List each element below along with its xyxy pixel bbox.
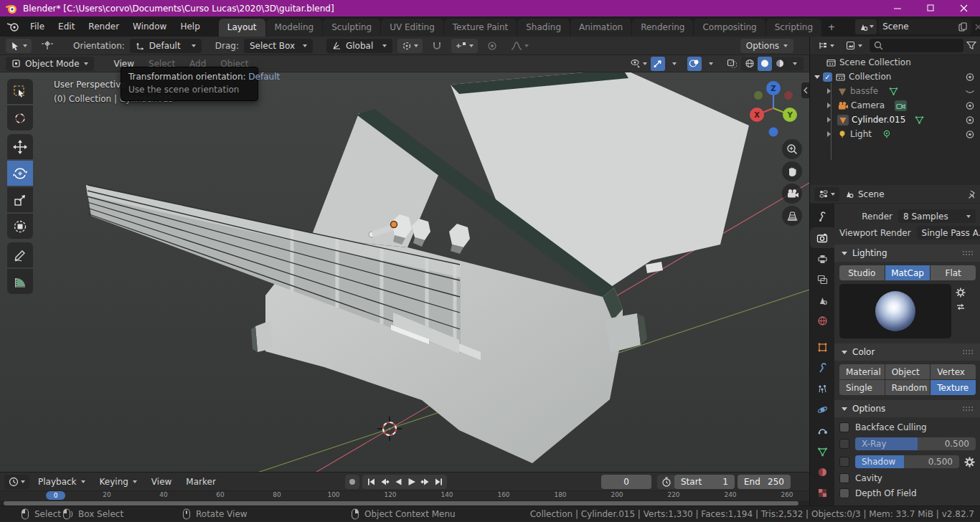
drag-dots-icon[interactable] [962,250,974,256]
jump-to-end-button[interactable] [432,475,446,488]
color-object-button[interactable]: Object [885,364,930,379]
select-box-tool[interactable] [7,79,33,104]
options-dropdown[interactable]: Options [740,39,793,53]
lighting-matcap-button[interactable]: MatCap [885,265,931,280]
current-frame-field[interactable]: 0 [601,475,651,489]
drag-dropdown[interactable]: Select Box [244,39,313,53]
shadow-slider[interactable]: Shadow 0.500 [855,455,959,468]
tab-rendering[interactable]: Rendering [632,19,693,37]
tab-object[interactable] [810,337,834,358]
tab-texture-paint[interactable]: Texture Paint [444,19,517,37]
eye-open-icon[interactable] [964,130,976,139]
toggle-perspective-button[interactable] [782,206,802,226]
eye-closed-icon[interactable] [964,87,976,96]
snap-magnet-icon[interactable] [428,39,446,53]
color-random-button[interactable]: Random [885,380,930,395]
next-keyframe-button[interactable] [418,475,432,488]
menu-help[interactable]: Help [174,19,206,34]
outliner-search-input[interactable] [886,42,936,50]
outliner-display-mode-dropdown[interactable] [842,39,867,53]
depth-of-field-checkbox[interactable] [839,488,849,498]
move-tool[interactable] [7,134,33,159]
drag-dots-icon[interactable] [962,406,974,412]
pivot-point-dropdown[interactable] [397,39,423,53]
tab-material[interactable] [810,462,834,483]
drag-dots-icon[interactable] [962,349,974,355]
transform-space-dropdown[interactable]: Global [326,39,392,53]
tab-compositing[interactable]: Compositing [694,19,765,37]
outliner-row-scene-collection[interactable]: Scene Collection [810,55,980,70]
maximize-button[interactable] [914,0,947,16]
outliner-filter-icon[interactable] [966,41,976,50]
jump-to-start-button[interactable] [364,475,377,488]
menu-render[interactable]: Render [82,19,126,34]
outliner-row-collection[interactable]: ✓ Collection [810,70,980,84]
camera-data-icon[interactable] [895,100,907,111]
keying-dropdown[interactable]: Keying [94,475,143,489]
color-panel-header[interactable]: Color [834,343,980,361]
tab-scene[interactable] [810,290,834,310]
solid-shading-button[interactable] [758,57,772,71]
play-button[interactable] [405,475,418,488]
new-scene-icon[interactable] [958,22,967,32]
measure-tool[interactable] [7,269,33,294]
pan-view-button[interactable] [782,161,802,181]
options-panel-header[interactable]: Options [834,400,980,417]
shadow-checkbox[interactable] [839,457,849,467]
tab-object-data[interactable] [810,441,834,462]
add-workspace-button[interactable]: + [822,19,841,37]
timeline-marker-menu[interactable]: Marker [180,475,221,488]
tab-tool[interactable] [810,207,834,227]
scale-tool[interactable] [7,187,33,212]
matcap-preview[interactable] [839,284,951,338]
tab-sculpting[interactable]: Sculpting [323,19,380,37]
collapse-triangle-icon[interactable] [814,75,820,79]
tab-layout[interactable]: Layout [219,19,265,37]
viewport-render-dropdown[interactable]: Single Pass A.. [917,226,980,239]
tab-view-layer[interactable] [810,269,834,290]
minimize-button[interactable] [881,0,914,16]
color-material-button[interactable]: Material [839,364,885,379]
mode-dropdown[interactable]: Object Mode [6,57,94,71]
scene-datablock-icon[interactable] [855,19,877,34]
timeline-ruler[interactable]: 0 20 40 60 80 100 120 140 160 180 200 22… [0,491,809,500]
overlays-toggle[interactable] [687,57,702,71]
matcap-flip-icon[interactable] [955,303,966,311]
outliner-row-cylinder-015[interactable]: Cylinder.015 [810,113,980,127]
menu-window[interactable]: Window [126,19,173,34]
outliner-row-light[interactable]: Light [810,127,980,141]
snap-target-dropdown[interactable] [451,39,478,53]
material-preview-shading-button[interactable] [773,57,787,71]
outliner-editor-type-dropdown[interactable] [814,39,839,53]
use-preview-range-button[interactable] [657,475,676,489]
blender-menu-icon[interactable] [7,22,20,32]
timeline-view-menu[interactable]: View [146,475,177,488]
eye-open-icon[interactable] [964,72,976,82]
tab-scripting[interactable]: Scripting [766,19,821,37]
proportional-editing-icon[interactable] [483,39,501,53]
wireframe-shading-button[interactable] [743,57,757,71]
play-reverse-button[interactable] [391,475,405,488]
timeline-editor-type-dropdown[interactable] [4,475,29,489]
tab-uv-editing[interactable]: UV Editing [381,19,443,37]
tab-particles[interactable] [810,379,834,399]
pin-icon[interactable] [967,189,976,199]
color-vertex-button[interactable]: Vertex [930,364,976,379]
collection-checkbox[interactable]: ✓ [823,72,832,82]
zoom-view-button[interactable] [782,139,802,159]
tab-world[interactable] [810,310,834,331]
falloff-dropdown[interactable] [507,39,533,53]
matcap-settings-gear-icon[interactable] [955,287,966,298]
tab-physics[interactable] [810,399,834,420]
shading-dropdown[interactable] [788,57,802,71]
tab-modeling[interactable]: Modeling [266,19,323,37]
tab-output[interactable] [810,248,834,269]
tab-render[interactable] [810,227,834,248]
outliner-row-camera[interactable]: Camera [810,98,980,113]
close-button[interactable] [947,0,980,16]
color-single-button[interactable]: Single [839,380,885,395]
sidebar-collapse-arrow[interactable] [801,82,809,98]
gizmos-toggle[interactable] [651,57,665,71]
cavity-checkbox[interactable] [839,473,849,483]
overlays-dropdown[interactable] [704,57,718,71]
